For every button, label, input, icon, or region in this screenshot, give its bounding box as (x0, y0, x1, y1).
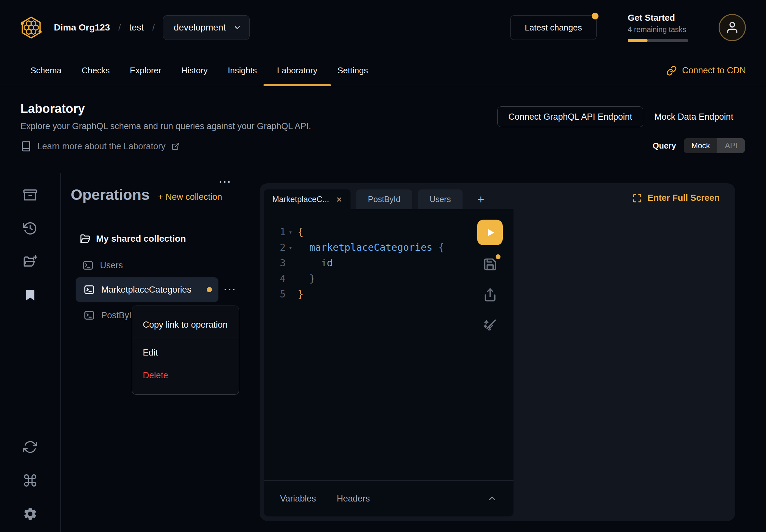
more-dots-icon: ··· (219, 176, 232, 187)
editor-tab-postbyid[interactable]: PostById (356, 189, 412, 209)
editor-bottom-bar: Variables Headers (264, 480, 514, 516)
operation-item-users[interactable]: Users (82, 257, 123, 274)
code-line: 4 } (264, 271, 514, 286)
external-link-icon (171, 142, 180, 151)
line-number: 4 (264, 271, 286, 286)
code-token: { (298, 226, 303, 237)
code-line: 1 ▾ { (264, 224, 514, 240)
tab-laboratory[interactable]: Laboratory (267, 55, 327, 86)
chain-link-icon (666, 66, 677, 76)
operation-item-postbyid[interactable]: PostById (83, 307, 136, 324)
context-menu-edit[interactable]: Edit (132, 341, 239, 364)
editor-tab-users[interactable]: Users (418, 189, 463, 209)
chevron-down-icon (233, 23, 241, 32)
query-editor[interactable]: 1 ▾ { 2 ▾ marketplaceCategories{ 3 id 4 … (264, 209, 514, 480)
keyboard-shortcuts-command-icon[interactable] (22, 472, 39, 489)
rail-top-group (22, 187, 39, 304)
get-started-widget[interactable]: Get Started 4 remaining tasks (628, 13, 688, 42)
editor-tab-marketplacecategories[interactable]: MarketplaceC... × (264, 189, 350, 209)
hive-logo-icon[interactable] (19, 15, 43, 41)
fold-arrow-icon[interactable]: ▾ (286, 240, 295, 255)
tab-checks[interactable]: Checks (71, 55, 120, 86)
query-code: 1 ▾ { 2 ▾ marketplaceCategories{ 3 id 4 … (264, 224, 514, 302)
learn-more-link[interactable]: Learn more about the Laboratory (20, 141, 180, 152)
page-title: Laboratory (20, 102, 85, 116)
prettify-broom-button[interactable] (483, 318, 498, 333)
editor-actions (477, 220, 503, 333)
operation-terminal-icon (83, 309, 95, 321)
save-operation-button[interactable] (483, 257, 498, 272)
share-operation-button[interactable] (483, 287, 498, 302)
latest-changes-label: Latest changes (525, 23, 582, 33)
collections-icon[interactable] (22, 187, 39, 203)
history-icon[interactable] (22, 220, 39, 237)
context-menu-delete[interactable]: Delete (132, 364, 239, 387)
variables-tab[interactable]: Variables (280, 494, 316, 504)
connect-to-cdn-link[interactable]: Connect to CDN (666, 66, 746, 76)
enter-full-screen-button[interactable]: Enter Full Screen (632, 193, 720, 203)
chevron-up-icon[interactable] (487, 493, 497, 504)
user-avatar[interactable] (719, 14, 746, 41)
new-collection-folder-plus-icon[interactable] (22, 253, 39, 270)
operation-menu-button[interactable]: ··· (224, 281, 237, 299)
unsaved-changes-dot (496, 254, 501, 259)
toggle-option-mock[interactable]: Mock (684, 138, 717, 153)
operation-context-menu: Copy link to operation Edit Delete (132, 306, 239, 395)
mock-endpoint-label: Mock Data Endpoint (654, 112, 733, 122)
toggle-option-api[interactable]: API (717, 138, 745, 153)
connect-graphql-api-endpoint-button[interactable]: Connect GraphQL API Endpoint (497, 106, 643, 127)
primary-nav: Schema Checks Explorer History Insights … (0, 55, 766, 86)
settings-gear-icon[interactable] (22, 505, 39, 522)
operation-terminal-icon (83, 284, 95, 296)
environment-selector[interactable]: development (163, 15, 249, 40)
code-token: id (321, 257, 333, 269)
fold-arrow-icon[interactable]: ▾ (286, 224, 295, 240)
get-started-title: Get Started (628, 13, 688, 23)
operation-item-label: MarketplaceCategories (101, 285, 191, 295)
open-folder-icon (79, 233, 91, 245)
left-icon-rail (0, 173, 61, 532)
get-started-subtitle: 4 remaining tasks (628, 25, 688, 34)
close-tab-icon[interactable]: × (336, 195, 342, 204)
mock-data-endpoint-button[interactable]: Mock Data Endpoint (654, 106, 733, 127)
collection-menu-button[interactable]: ··· (219, 173, 232, 191)
rail-bottom-group (22, 439, 39, 522)
user-icon (725, 21, 739, 34)
connect-api-label: Connect GraphQL API Endpoint (508, 112, 632, 122)
tab-insights[interactable]: Insights (218, 55, 267, 86)
operation-item-label: PostById (101, 310, 136, 320)
editor-tab-label: MarketplaceC... (272, 195, 329, 204)
breadcrumb-org[interactable]: Dima Org123 (54, 22, 110, 33)
breadcrumb-separator: / (118, 23, 121, 33)
notification-dot (592, 13, 599, 19)
tab-history[interactable]: History (171, 55, 218, 86)
line-number: 1 (264, 224, 286, 240)
tab-explorer[interactable]: Explorer (120, 55, 171, 86)
expand-icon (632, 193, 642, 203)
collection-name: My shared collection (96, 234, 186, 244)
book-icon (20, 141, 31, 152)
enter-full-screen-label: Enter Full Screen (648, 193, 720, 203)
operation-item-label: Users (100, 260, 123, 271)
operations-header: Operations + New collection (71, 186, 222, 203)
query-label: Query (653, 141, 676, 151)
sync-refresh-icon[interactable] (22, 439, 39, 455)
code-line: 2 ▾ marketplaceCategories{ (264, 240, 514, 255)
line-number: 2 (264, 240, 286, 255)
line-number: 5 (264, 286, 286, 302)
line-number: 3 (264, 255, 286, 271)
connect-to-cdn-label: Connect to CDN (682, 66, 746, 76)
context-menu-copy-link[interactable]: Copy link to operation (132, 312, 239, 337)
latest-changes-button[interactable]: Latest changes (510, 15, 597, 40)
new-collection-button[interactable]: + New collection (158, 192, 222, 202)
operation-item-marketplacecategories[interactable]: MarketplaceCategories (76, 277, 218, 302)
editor-tab-label: Users (430, 195, 451, 204)
tab-settings[interactable]: Settings (327, 55, 378, 86)
tab-schema[interactable]: Schema (20, 55, 71, 86)
collection-row[interactable]: My shared collection (79, 230, 260, 248)
breadcrumb-project[interactable]: test (129, 22, 144, 33)
bookmark-icon[interactable] (22, 287, 39, 304)
headers-tab[interactable]: Headers (337, 494, 370, 504)
new-tab-button[interactable]: + (473, 189, 489, 209)
run-query-button[interactable] (477, 220, 503, 245)
